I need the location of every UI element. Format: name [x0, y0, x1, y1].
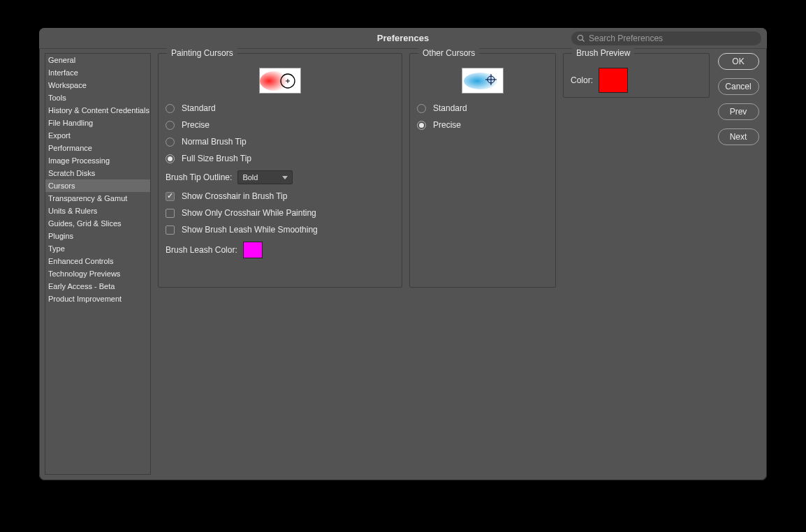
brush-leash-color-swatch[interactable]	[243, 242, 263, 258]
painting-cursor-option-label: Standard	[182, 103, 216, 113]
painting-cursor-option[interactable]: Precise	[166, 120, 395, 130]
cancel-button[interactable]: Cancel	[718, 78, 759, 95]
preferences-dialog: Preferences GeneralInterfaceWorkspaceToo…	[39, 28, 767, 480]
painting-cursor-option-label: Full Size Brush Tip	[182, 154, 251, 163]
sidebar-item[interactable]: Early Access - Beta	[45, 280, 150, 293]
sidebar-item[interactable]: Image Processing	[45, 154, 150, 167]
brush-tip-outline-row: Brush Tip Outline: Bold	[166, 170, 395, 184]
other-cursors-panel: Other Cursors	[409, 53, 556, 288]
sidebar-item[interactable]: Transparency & Gamut	[45, 192, 150, 205]
brush-tip-outline-select[interactable]: Bold	[237, 170, 293, 184]
sidebar-item[interactable]: Type	[45, 242, 150, 255]
painting-cursors-legend: Painting Cursors	[167, 48, 237, 58]
sidebar-item[interactable]: Performance	[45, 142, 150, 154]
painting-cursor-option[interactable]: Normal Brush Tip	[166, 137, 395, 147]
other-cursor-preview	[462, 68, 504, 94]
brush-preview-color-label: Color:	[571, 75, 593, 85]
sidebar-item[interactable]: Units & Rulers	[45, 205, 150, 217]
sidebar-item[interactable]: Enhanced Controls	[45, 255, 150, 267]
show-crosshair-label: Show Crosshair in Brush Tip	[182, 191, 287, 201]
other-cursor-option-label: Precise	[433, 120, 461, 130]
brush-tip-outline-value: Bold	[242, 173, 258, 182]
painting-cursor-radio[interactable]	[166, 154, 175, 163]
painting-cursor-option-label: Precise	[182, 120, 210, 130]
painting-cursor-option[interactable]: Full Size Brush Tip	[166, 154, 395, 163]
painting-cursor-option[interactable]: Standard	[166, 103, 395, 113]
painting-cursors-panel: Painting Cursors	[158, 53, 402, 288]
sidebar-item[interactable]: Product Improvement	[45, 293, 150, 305]
painting-cursor-radio[interactable]	[166, 138, 175, 147]
sidebar-item[interactable]: Interface	[45, 66, 150, 79]
other-cursor-radio[interactable]	[417, 104, 426, 113]
painting-cursor-radio[interactable]	[166, 104, 175, 113]
prev-button[interactable]: Prev	[718, 103, 759, 120]
sidebar-item[interactable]: File Handling	[45, 117, 150, 129]
sidebar-item[interactable]: Tools	[45, 91, 150, 104]
sidebar: GeneralInterfaceWorkspaceToolsHistory & …	[45, 53, 151, 475]
show-leash-row[interactable]: Show Brush Leash While Smoothing	[166, 225, 395, 235]
brush-tip-outline-label: Brush Tip Outline:	[166, 172, 232, 182]
show-leash-checkbox[interactable]	[166, 226, 175, 235]
sidebar-item[interactable]: Guides, Grid & Slices	[45, 217, 150, 230]
brush-preview-legend: Brush Preview	[572, 48, 634, 58]
other-cursor-option-label: Standard	[433, 103, 467, 113]
search-icon	[577, 34, 585, 43]
other-cursor-option[interactable]: Standard	[417, 103, 548, 113]
sidebar-item[interactable]: Scratch Disks	[45, 167, 150, 179]
sidebar-item[interactable]: Workspace	[45, 79, 150, 91]
brush-preview-panel: Brush Preview Color:	[563, 53, 710, 98]
search-field[interactable]	[571, 31, 761, 45]
sidebar-item[interactable]: Export	[45, 129, 150, 142]
show-only-crosshair-label: Show Only Crosshair While Painting	[182, 208, 316, 218]
show-only-crosshair-row[interactable]: Show Only Crosshair While Painting	[166, 208, 395, 218]
other-cursor-radio[interactable]	[417, 121, 426, 130]
sidebar-item[interactable]: History & Content Credentials	[45, 104, 150, 117]
sidebar-item[interactable]: Plugins	[45, 230, 150, 242]
other-cursor-option[interactable]: Precise	[417, 120, 548, 130]
dialog-body: GeneralInterfaceWorkspaceToolsHistory & …	[39, 49, 767, 480]
show-only-crosshair-checkbox[interactable]	[166, 209, 175, 218]
painting-cursor-radio[interactable]	[166, 121, 175, 130]
content-area: Painting Cursors	[158, 53, 760, 475]
next-button[interactable]: Next	[718, 128, 759, 145]
other-cursors-legend: Other Cursors	[418, 48, 479, 58]
show-leash-label: Show Brush Leash While Smoothing	[182, 225, 318, 235]
ok-button[interactable]: OK	[718, 53, 759, 70]
dialog-buttons: OK Cancel Prev Next	[717, 53, 760, 145]
brush-preview-color-row: Color:	[571, 68, 702, 93]
sidebar-item[interactable]: Cursors	[45, 179, 150, 192]
show-crosshair-row[interactable]: Show Crosshair in Brush Tip	[166, 191, 395, 201]
search-input[interactable]	[589, 34, 756, 43]
sidebar-item[interactable]: Technology Previews	[45, 267, 150, 280]
show-crosshair-checkbox[interactable]	[166, 192, 175, 201]
svg-point-4	[464, 73, 497, 89]
brush-leash-color-row: Brush Leash Color:	[166, 242, 395, 258]
titlebar: Preferences	[39, 28, 767, 49]
brush-preview-color-swatch[interactable]	[599, 68, 628, 93]
painting-cursor-option-label: Normal Brush Tip	[182, 137, 247, 147]
sidebar-item[interactable]: General	[45, 54, 150, 66]
painting-cursor-preview	[259, 68, 301, 94]
brush-leash-color-label: Brush Leash Color:	[166, 245, 237, 255]
